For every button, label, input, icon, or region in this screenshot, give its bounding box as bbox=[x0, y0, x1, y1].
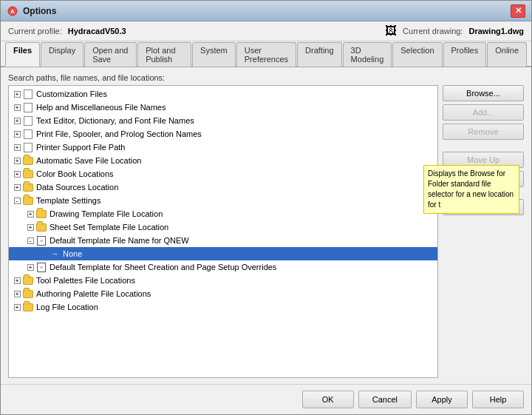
arrow-icon: → bbox=[49, 249, 61, 259]
folder-icon bbox=[22, 195, 34, 206]
expand-customization[interactable]: + bbox=[12, 89, 22, 99]
tab-files[interactable]: Files bbox=[5, 42, 40, 67]
tab-selection[interactable]: Selection bbox=[392, 42, 442, 67]
tab-open-save[interactable]: Open and Save bbox=[84, 42, 137, 67]
template-icon: ≡ bbox=[35, 235, 47, 246]
tree-label-text-editor: Text Editor, Dictionary, and Font File N… bbox=[36, 116, 194, 125]
tree-label-color-book: Color Book Locations bbox=[36, 169, 114, 178]
remove-button[interactable]: Remove bbox=[443, 124, 524, 140]
main-panel: +Customization Files+Help and Miscellane… bbox=[8, 85, 524, 378]
tree-item-color-book[interactable]: +Color Book Locations bbox=[9, 167, 437, 180]
tree-item-default-template-sheet[interactable]: +≡Default Template for Sheet Creation an… bbox=[9, 260, 437, 274]
tree-item-tool-palettes[interactable]: +Tool Palettes File Locations bbox=[9, 274, 437, 287]
svg-text:A: A bbox=[10, 8, 15, 15]
browse-button[interactable]: Browse... bbox=[443, 85, 524, 101]
doc-icon bbox=[22, 115, 34, 126]
tab-profiles[interactable]: Profiles bbox=[443, 42, 487, 67]
folder-icon bbox=[22, 275, 34, 286]
tree-label-help: Help and Miscellaneous File Names bbox=[36, 103, 166, 112]
expand-print-file[interactable]: + bbox=[12, 129, 22, 139]
folder-icon bbox=[22, 169, 34, 179]
search-label: Search paths, file names, and file locat… bbox=[8, 73, 524, 82]
bottom-bar: OK Cancel Apply Help bbox=[1, 384, 531, 414]
expand-color-book[interactable]: + bbox=[12, 169, 22, 179]
tree-item-none[interactable]: →None bbox=[9, 247, 437, 260]
tree-item-sheet-set-template[interactable]: +Sheet Set Template File Location bbox=[9, 220, 437, 234]
window-title: Options bbox=[23, 6, 56, 16]
expand-auto-save[interactable]: + bbox=[12, 155, 22, 166]
tree-item-template-settings[interactable]: -Template Settings bbox=[9, 194, 437, 207]
expand-none bbox=[38, 249, 49, 259]
folder-icon bbox=[35, 209, 47, 219]
expand-text-editor[interactable]: + bbox=[12, 115, 22, 126]
expand-template-settings[interactable]: - bbox=[12, 195, 22, 206]
folder-icon bbox=[22, 182, 34, 192]
tree-content: +Customization Files+Help and Miscellane… bbox=[9, 86, 437, 315]
tree-item-help[interactable]: +Help and Miscellaneous File Names bbox=[9, 101, 437, 114]
add-button[interactable]: Add... bbox=[443, 104, 524, 121]
tree-item-data-sources[interactable]: +Data Sources Location bbox=[9, 180, 437, 194]
options-window: A Options ✕ Current profile: HydracadV50… bbox=[0, 0, 532, 415]
tree-label-print-file: Print File, Spooler, and Prolog Section … bbox=[36, 129, 202, 138]
tree-item-text-editor[interactable]: +Text Editor, Dictionary, and Font File … bbox=[9, 114, 437, 127]
tree-label-authoring-palette: Authoring Palette File Locations bbox=[36, 289, 151, 298]
expand-default-template[interactable]: - bbox=[25, 235, 35, 246]
doc-icon bbox=[22, 129, 34, 139]
title-bar-left: A Options bbox=[7, 5, 56, 17]
tree-panel[interactable]: +Customization Files+Help and Miscellane… bbox=[8, 85, 438, 378]
tree-item-drawing-template[interactable]: +Drawing Template File Location bbox=[9, 207, 437, 220]
expand-sheet-set-template[interactable]: + bbox=[25, 222, 35, 232]
tree-item-printer-support[interactable]: +Printer Support File Path bbox=[9, 141, 437, 154]
tree-label-template-settings: Template Settings bbox=[36, 196, 100, 205]
tree-item-log-file[interactable]: +Log File Location bbox=[9, 300, 437, 314]
tab-online[interactable]: Online bbox=[487, 42, 527, 67]
folder-icon bbox=[22, 289, 34, 299]
expand-authoring-palette[interactable]: + bbox=[12, 289, 22, 299]
tree-label-auto-save: Automatic Save File Location bbox=[36, 156, 141, 165]
drawing-icon: 🖼 bbox=[385, 24, 397, 38]
tabs-bar: FilesDisplayOpen and SavePlot and Publis… bbox=[1, 41, 531, 67]
tree-label-sheet-set-template: Sheet Set Template File Location bbox=[50, 223, 168, 232]
right-buttons: Browse... Add... Remove Move Up Move Dow… bbox=[443, 85, 524, 378]
current-profile-label: Current profile: bbox=[8, 27, 62, 36]
tree-item-customization[interactable]: +Customization Files bbox=[9, 87, 437, 101]
tree-label-printer-support: Printer Support File Path bbox=[36, 143, 125, 152]
profile-bar: Current profile: HydracadV50.3 🖼 Current… bbox=[1, 21, 531, 41]
folder-icon bbox=[22, 155, 34, 166]
doc-icon bbox=[22, 102, 34, 112]
tree-label-customization: Customization Files bbox=[36, 90, 107, 98]
expand-log-file[interactable]: + bbox=[12, 302, 22, 312]
apply-button[interactable]: Apply bbox=[416, 391, 468, 408]
title-bar: A Options ✕ bbox=[1, 1, 531, 21]
tab-plot-publish[interactable]: Plot and Publish bbox=[137, 42, 191, 67]
expand-drawing-template[interactable]: + bbox=[25, 209, 35, 219]
tree-label-log-file: Log File Location bbox=[36, 303, 98, 311]
help-button[interactable]: Help bbox=[472, 391, 524, 408]
tab-system[interactable]: System bbox=[192, 42, 236, 67]
expand-help[interactable]: + bbox=[12, 102, 22, 112]
current-drawing-value: Drawing1.dwg bbox=[468, 27, 524, 36]
expand-tool-palettes[interactable]: + bbox=[12, 275, 22, 286]
close-button[interactable]: ✕ bbox=[511, 4, 525, 18]
tree-item-print-file[interactable]: +Print File, Spooler, and Prolog Section… bbox=[9, 127, 437, 141]
current-profile-value: HydracadV50.3 bbox=[68, 27, 126, 36]
expand-printer-support[interactable]: + bbox=[12, 142, 22, 152]
ok-button[interactable]: OK bbox=[302, 391, 354, 408]
doc-icon bbox=[22, 142, 34, 152]
expand-data-sources[interactable]: + bbox=[12, 182, 22, 192]
tree-label-tool-palettes: Tool Palettes File Locations bbox=[36, 276, 135, 285]
tree-item-authoring-palette[interactable]: +Authoring Palette File Locations bbox=[9, 287, 437, 300]
tree-label-default-template: Default Template File Name for QNEW bbox=[50, 236, 189, 245]
tree-item-auto-save[interactable]: +Automatic Save File Location bbox=[9, 154, 437, 167]
content-area: Search paths, file names, and file locat… bbox=[1, 67, 531, 384]
cancel-button[interactable]: Cancel bbox=[358, 391, 412, 408]
tree-item-default-template[interactable]: -≡Default Template File Name for QNEW bbox=[9, 234, 437, 247]
template-icon: ≡ bbox=[35, 262, 47, 272]
app-icon: A bbox=[7, 5, 18, 17]
tab-user-preferences[interactable]: User Preferences bbox=[236, 42, 296, 67]
tab-3d-modeling[interactable]: 3D Modeling bbox=[343, 42, 392, 67]
tree-label-default-template-sheet: Default Template for Sheet Creation and … bbox=[50, 263, 276, 271]
expand-default-template-sheet[interactable]: + bbox=[25, 262, 35, 272]
tab-drafting[interactable]: Drafting bbox=[297, 42, 342, 67]
tab-display[interactable]: Display bbox=[41, 42, 83, 67]
